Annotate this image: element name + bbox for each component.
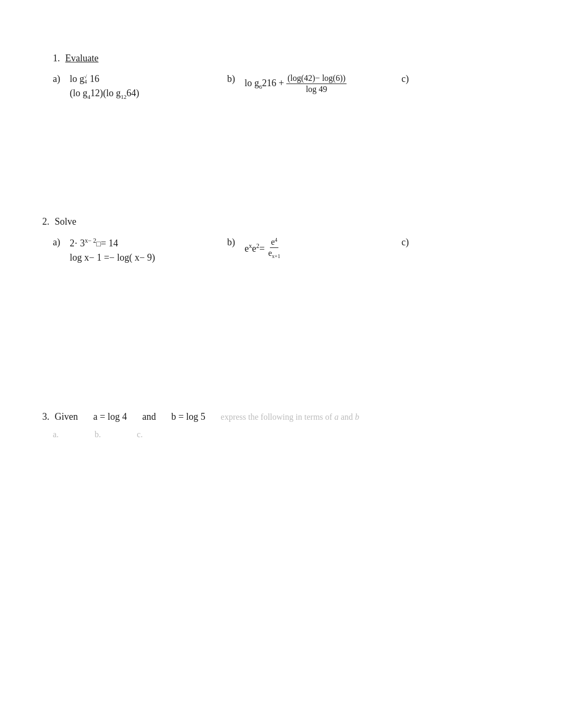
- section-1-number: 1.: [53, 53, 60, 64]
- problem-2a-expr2: log x− 1 =− log( x− 9): [70, 252, 155, 263]
- section-3-title: Given: [55, 411, 78, 422]
- problem-1a-label: a): [53, 73, 60, 85]
- problem-1b-expr: lo g6216 + (log(42)− log(6)) log 49: [245, 73, 347, 94]
- section-2-number: 2.: [42, 216, 50, 227]
- problem-2a: a) 2⋅ 3x− 2□= 14 log x− 1 =− log( x− 9): [53, 237, 222, 263]
- problem-1a: a) lo g√4 16 (lo g412)(lo g1264): [53, 73, 222, 100]
- problem-1c: c): [401, 73, 444, 85]
- section-2-title: Solve: [55, 216, 77, 227]
- problem-2c: c): [401, 237, 444, 248]
- problem-2b-expr: exe2= e4 ex+1: [245, 237, 281, 259]
- section-3-b-expr: b = log 5: [171, 411, 205, 422]
- problem-1c-label: c): [401, 73, 409, 85]
- section-2: 2. Solve a) 2⋅ 3x− 2□= 14 log x− 1 =− lo…: [42, 216, 519, 263]
- section-3-blurred-sub: a. b. c.: [53, 430, 166, 439]
- problem-2b-label: b): [227, 237, 235, 248]
- section-3-sub-problems: a. b. c.: [42, 430, 519, 439]
- page: 1. Evaluate a) lo g√4 16 (lo g412)(lo g1…: [42, 53, 519, 717]
- section-3: 3. Given a = log 4 and b = log 5 express…: [42, 411, 519, 439]
- problem-2a-label: a): [53, 237, 60, 248]
- problem-2a-expr1: 2⋅ 3x− 2□= 14: [70, 237, 155, 249]
- problem-1a-expr1: lo g√4 16: [70, 73, 139, 85]
- problem-2b: b) exe2= e4 ex+1: [227, 237, 396, 259]
- section-3-and: and: [142, 411, 156, 422]
- problem-2c-label: c): [401, 237, 409, 248]
- section-3-blurred: express the following in terms of a and …: [221, 412, 359, 422]
- problem-1b-label: b): [227, 73, 235, 85]
- section-3-number: 3.: [42, 411, 50, 422]
- section-1-title: Evaluate: [66, 53, 99, 64]
- problem-1a-expr2: (lo g412)(lo g1264): [70, 88, 139, 100]
- problem-1b: b) lo g6216 + (log(42)− log(6)) log 49: [227, 73, 396, 94]
- section-1: 1. Evaluate a) lo g√4 16 (lo g412)(lo g1…: [42, 53, 519, 100]
- section-3-a-expr: a = log 4: [94, 411, 127, 422]
